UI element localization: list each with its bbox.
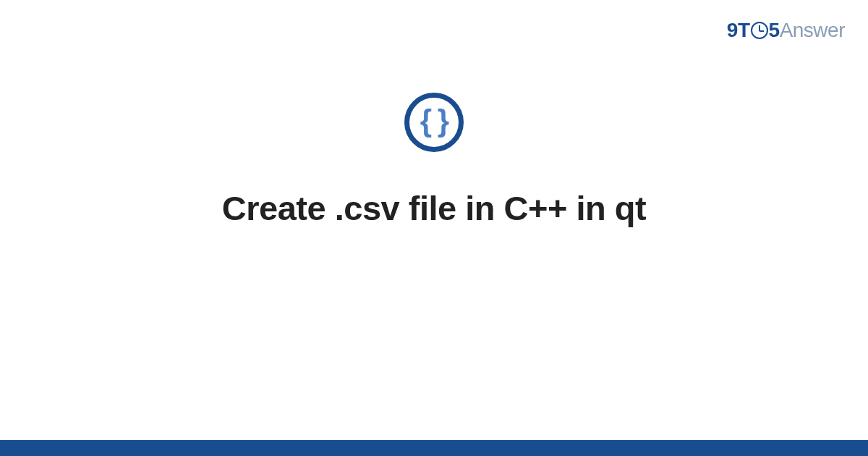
main-content: { } Create .csv file in C++ in qt: [0, 93, 868, 228]
site-logo[interactable]: 9T5Answer: [727, 19, 845, 42]
footer-accent-bar: [0, 440, 868, 456]
logo-text-answer: Answer: [780, 19, 845, 41]
logo-text-9t: 9T: [727, 19, 750, 41]
category-icon: { }: [404, 93, 464, 152]
logo-text-5: 5: [769, 19, 780, 41]
clock-icon: [751, 22, 768, 39]
page-title: Create .csv file in C++ in qt: [222, 188, 646, 228]
code-braces-icon: { }: [420, 106, 448, 136]
